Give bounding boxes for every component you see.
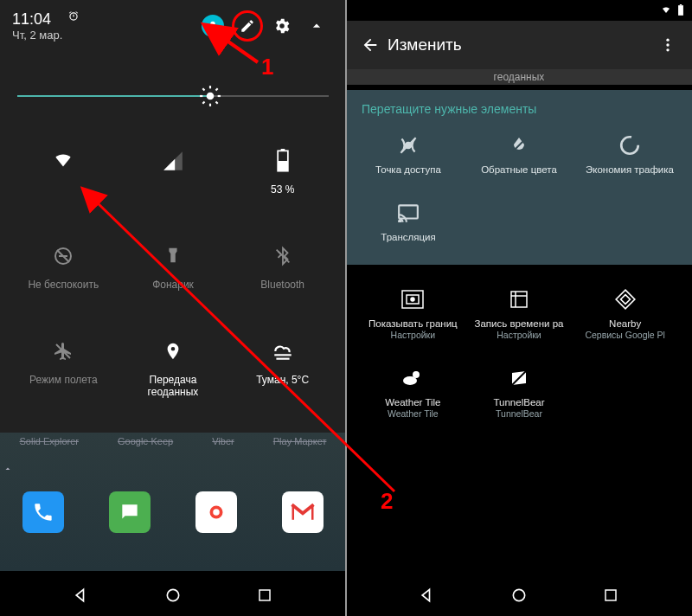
location-icon — [156, 334, 190, 369]
annotation-1: 1 — [261, 54, 273, 80]
chevron-up-icon — [308, 17, 325, 35]
tile-dnd[interactable]: Не беспокоить — [9, 239, 119, 334]
edit-title: Изменить — [388, 35, 650, 55]
extra-tile-tunnelbear[interactable]: TunnelBear TunnelBear — [466, 364, 573, 419]
svg-rect-25 — [678, 5, 683, 16]
more-vert-icon — [659, 36, 676, 54]
alarm-icon — [67, 10, 80, 22]
tile-weather[interactable]: Туман, 5°C — [227, 334, 337, 429]
back-button[interactable] — [353, 35, 388, 55]
app-messages[interactable] — [109, 491, 151, 533]
cast-icon — [394, 199, 422, 227]
svg-rect-43 — [606, 590, 616, 600]
bluetooth-icon — [266, 239, 300, 273]
overflow-button[interactable] — [650, 36, 685, 54]
clock-date: Чт, 2 мар. — [12, 29, 62, 42]
nav-bar-left — [0, 574, 346, 616]
app-camera[interactable] — [195, 491, 237, 533]
tile-flashlight[interactable]: Фонарик — [119, 239, 228, 334]
svg-point-0 — [210, 22, 215, 26]
nav-back[interactable] — [71, 585, 92, 606]
battery-label: 53 % — [271, 183, 294, 196]
extra-tile-weather[interactable]: Weather Tile Weather Tile — [360, 364, 466, 419]
nav-recent[interactable] — [254, 585, 275, 606]
nearby-icon — [612, 286, 639, 313]
nav-bar-right — [346, 574, 692, 616]
avail-tile-invert[interactable]: Обратные цвета — [464, 132, 574, 175]
tile-location[interactable]: Передача геоданных — [119, 334, 228, 429]
svg-point-1 — [207, 93, 215, 100]
profile-button[interactable] — [197, 10, 228, 42]
tile-wifi[interactable] — [9, 144, 119, 239]
airplane-icon — [46, 334, 80, 369]
extra-tile-nearby[interactable]: Nearby Сервисы Google Pl — [572, 286, 678, 340]
edit-button[interactable] — [232, 10, 263, 42]
arrow-back-icon — [361, 35, 380, 55]
app-drawer-handle[interactable] — [0, 464, 346, 474]
avail-tile-datasaver[interactable]: Экономия трафика — [574, 132, 685, 175]
drag-hint: Перетащите нужные элементы — [346, 102, 692, 125]
brightness-thumb-icon[interactable] — [199, 85, 221, 107]
flashlight-icon — [156, 239, 190, 273]
dock-labels: Solid Explorer Google Keep Viber Play Ма… — [0, 433, 346, 446]
svg-rect-12 — [278, 161, 288, 171]
nav-back-r[interactable] — [417, 585, 438, 606]
svg-point-26 — [666, 39, 669, 42]
svg-point-21 — [213, 509, 220, 516]
quick-settings-panel: 11:04 Чт, 2 мар. — [0, 0, 346, 433]
battery-icon — [266, 144, 300, 178]
pencil-icon — [240, 18, 255, 34]
record-icon — [505, 286, 533, 313]
svg-point-27 — [666, 43, 669, 46]
svg-point-42 — [513, 589, 524, 600]
screenshot-divider — [345, 0, 347, 616]
extra-tile-bounds[interactable]: Показывать границ Настройки — [360, 286, 466, 340]
nav-home[interactable] — [163, 585, 183, 606]
status-battery-icon — [676, 4, 685, 16]
right-phone-edit-tiles: Изменить геоданных Перетащите нужные эле… — [346, 0, 692, 616]
nav-home-r[interactable] — [509, 585, 529, 606]
fog-icon — [266, 334, 300, 369]
status-wifi-icon — [661, 5, 671, 16]
brightness-slider[interactable] — [17, 83, 329, 109]
dnd-icon — [46, 239, 80, 273]
qs-tiles-grid: 53 % Не беспокоить Фонарик Bluetooth — [0, 126, 346, 438]
settings-button[interactable] — [266, 10, 298, 42]
svg-rect-33 — [399, 205, 418, 218]
svg-rect-24 — [680, 4, 682, 5]
tile-signal[interactable] — [119, 144, 228, 239]
app-gmail[interactable] — [282, 491, 324, 533]
svg-rect-23 — [260, 590, 270, 600]
invert-icon — [505, 132, 533, 159]
status-bar — [346, 0, 692, 21]
svg-rect-38 — [511, 292, 527, 307]
nav-recent-r[interactable] — [600, 585, 621, 606]
tile-bluetooth[interactable]: Bluetooth — [227, 239, 337, 334]
dock-apps — [0, 491, 346, 533]
annotation-2: 2 — [381, 488, 393, 515]
avail-tile-cast[interactable]: Трансляция — [353, 199, 464, 242]
profile-icon — [202, 15, 224, 37]
hotspot-icon — [394, 132, 422, 159]
svg-point-37 — [411, 298, 414, 301]
svg-point-34 — [399, 221, 400, 222]
svg-point-22 — [167, 589, 178, 600]
avail-tile-hotspot[interactable]: Точка доступа — [353, 132, 464, 175]
svg-point-28 — [666, 48, 669, 51]
extra-tiles-section: Показывать границ Настройки Запись време… — [346, 265, 692, 443]
gear-icon — [272, 16, 292, 35]
home-screen-background: Solid Explorer Google Keep Viber Play Ма… — [0, 433, 346, 571]
tunnelbear-icon — [505, 364, 533, 392]
app-phone[interactable] — [22, 491, 64, 533]
svg-line-8 — [203, 102, 205, 104]
tile-battery[interactable]: 53 % — [227, 144, 337, 239]
available-tiles-section: Перетащите нужные элементы Точка доступа… — [346, 90, 692, 265]
svg-line-9 — [216, 88, 218, 90]
svg-line-7 — [216, 102, 218, 104]
collapse-button[interactable] — [301, 10, 332, 42]
extra-tile-record[interactable]: Запись времени ра Настройки — [466, 286, 573, 340]
signal-icon — [156, 144, 190, 178]
tile-airplane[interactable]: Режим полета — [9, 334, 119, 429]
clock-time: 11:04 — [12, 11, 62, 27]
wifi-icon — [46, 144, 80, 178]
